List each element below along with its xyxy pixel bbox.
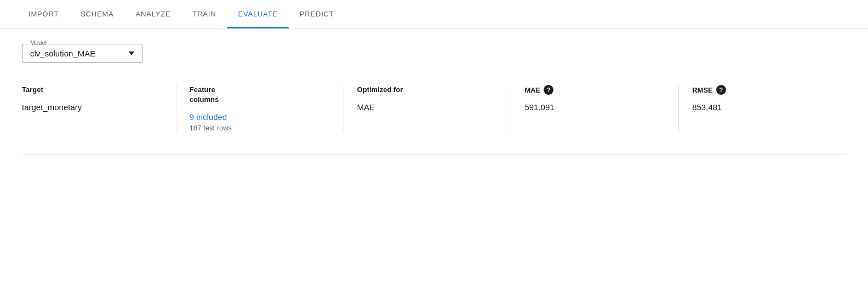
mae-help-icon[interactable]: ?: [544, 85, 553, 95]
model-selector-value: clv_solution_MAE: [30, 49, 134, 58]
dropdown-arrow-icon: [129, 52, 134, 55]
metrics-col-mae: MAE ? 591.091: [511, 85, 679, 132]
metrics-col-rmse: RMSE ? 853.481: [679, 85, 846, 132]
nav-item-evaluate[interactable]: EVALUATE: [227, 0, 288, 28]
optimized-value: MAE: [357, 102, 500, 112]
metrics-col-optimized: Optimized for MAE: [344, 85, 512, 132]
nav-item-train[interactable]: TRAIN: [181, 0, 227, 28]
rmse-value: 853.481: [692, 102, 835, 112]
nav-item-import[interactable]: IMPORT: [18, 0, 70, 28]
metrics-section: Target target_monetary Featurecolumns 9 …: [22, 85, 846, 132]
nav-item-predict[interactable]: PREDICT: [289, 0, 345, 28]
model-selector[interactable]: Model clv_solution_MAE: [22, 44, 142, 63]
feature-columns-header: Featurecolumns: [190, 85, 333, 105]
target-header: Target: [22, 85, 165, 95]
model-selector-text: clv_solution_MAE: [30, 49, 95, 58]
mae-label: MAE: [524, 86, 540, 94]
rmse-label: RMSE: [692, 86, 713, 94]
metrics-col-target: Target target_monetary: [22, 85, 176, 132]
top-navigation: IMPORT SCHEMA ANALYZE TRAIN EVALUATE PRE…: [0, 0, 868, 28]
mae-value: 591.091: [524, 102, 667, 112]
rmse-help-icon[interactable]: ?: [716, 85, 726, 95]
feature-columns-sub: 187 test rows: [190, 124, 333, 132]
model-selector-label: Model: [28, 39, 49, 46]
model-selector-wrapper: Model clv_solution_MAE: [22, 44, 846, 63]
rmse-header: RMSE ?: [692, 85, 835, 95]
feature-columns-value[interactable]: 9 included: [190, 112, 333, 122]
metrics-col-feature-columns: Featurecolumns 9 included 187 test rows: [176, 85, 344, 132]
optimized-header: Optimized for: [357, 85, 500, 95]
main-content: Model clv_solution_MAE Target target_mon…: [0, 28, 868, 170]
bottom-divider: [22, 154, 846, 155]
nav-item-analyze[interactable]: ANALYZE: [125, 0, 182, 28]
mae-header: MAE ?: [524, 85, 667, 95]
target-value: target_monetary: [22, 102, 165, 112]
metrics-row: Target target_monetary Featurecolumns 9 …: [22, 85, 846, 132]
nav-item-schema[interactable]: SCHEMA: [70, 0, 124, 28]
